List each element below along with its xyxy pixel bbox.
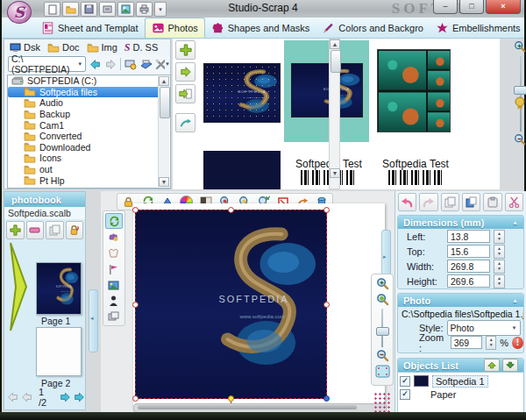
zoom-page-icon[interactable] [376,293,389,306]
zoom-slider-handle[interactable] [514,86,526,95]
zoom-out-icon[interactable] [514,133,526,146]
maximize-button[interactable]: □ [459,0,484,14]
tree-item-resources[interactable]: Resources [8,186,170,189]
scrollbar-thumb[interactable] [160,87,170,118]
tree-item-backup[interactable]: Backup [8,109,170,120]
tree-item-downloaded[interactable]: Downloaded [8,142,170,153]
thumbnail-navy-page[interactable] [203,151,281,189]
add-page-button[interactable] [6,221,25,239]
handle-bottom-right[interactable] [323,395,330,402]
handle-top-center[interactable] [228,207,234,213]
copy-button[interactable] [441,193,459,211]
tools-button[interactable]: ▼ [155,57,170,71]
scroll-up-arrow[interactable]: ▲ [159,76,169,86]
scrollbar-thumb[interactable] [331,50,341,73]
export-button[interactable] [99,2,116,17]
handle-top-right[interactable] [323,207,330,213]
scroll-down-arrow[interactable]: ▼ [159,177,169,187]
barcode-image[interactable] [388,170,444,185]
thumbnail-softpedia-dotted[interactable] [203,63,281,123]
zoom-spinner[interactable]: ▲▼ [486,336,496,350]
height-spinner[interactable]: ▲▼ [494,274,505,288]
page1-thumbnail[interactable] [36,262,82,315]
source-tab-desktop[interactable]: Dsk [10,42,40,53]
collapse-arrow-icon[interactable]: ▲ [512,219,518,225]
source-tab-documents[interactable]: Doc [47,42,80,53]
insert-photo-as-page-button[interactable] [175,84,195,103]
page2-thumbnail[interactable] [36,327,82,376]
tree-item-out[interactable]: out [8,164,170,175]
top-input[interactable]: 15.6 [447,245,490,258]
tool-shape[interactable] [105,231,121,245]
tool-layers[interactable] [105,310,121,324]
paste-button[interactable] [462,193,480,211]
rotate-photo-button[interactable] [175,113,195,132]
object-row-softpedia1[interactable]: ✓ Softpedia 1 [400,374,522,388]
move-object-down-button[interactable] [502,359,518,372]
tool-silhouette[interactable] [105,294,121,308]
save-button[interactable] [81,2,97,17]
objects-header[interactable]: Objects List [398,359,523,372]
cut-button[interactable] [505,193,523,211]
zoom-warning-icon[interactable]: ! [512,337,523,349]
handle-bottom-left[interactable] [132,395,139,402]
lock-page-button[interactable] [66,221,84,239]
tool-flag[interactable] [105,262,121,276]
quickbar-more-dropdown[interactable]: ▼ [154,2,167,17]
photo-header[interactable]: Photo ▲ [398,294,523,307]
scrollbar-thumb[interactable] [138,405,357,409]
thumbnail-softpedia-selected[interactable] [291,63,363,117]
photobook-splitter[interactable]: ◂ [89,289,98,352]
thumbnail-scrollbar[interactable]: ▲ ▼ [329,39,340,189]
dimensions-header[interactable]: Dimensions (mm) ▲ [398,216,523,229]
import-image-button[interactable] [117,2,134,17]
tool-replace-selected[interactable] [105,213,123,229]
minimize-button[interactable]: – [433,0,458,14]
handle-bottom-center[interactable] [228,395,234,402]
tool-photo[interactable] [105,278,121,292]
collapse-arrow-icon[interactable]: ▲ [512,297,518,303]
canvas-horizontal-scrollbar[interactable] [133,403,387,412]
remove-page-button[interactable] [26,221,45,239]
move-object-up-button[interactable] [484,359,500,372]
scroll-down-arrow[interactable]: ▼ [330,168,340,178]
left-input[interactable]: 13.8 [447,230,490,243]
source-tab-images[interactable]: Img [87,42,117,53]
scroll-up-arrow[interactable]: ▲ [330,39,340,49]
zoom-in-icon[interactable] [514,40,526,53]
canvas-zoom-slider-handle[interactable] [376,327,389,336]
print-button[interactable] [136,2,153,17]
browse-computer-button[interactable] [124,57,137,71]
first-page-button[interactable] [7,391,19,403]
back-button[interactable] [89,57,102,71]
placed-photo[interactable] [135,210,327,399]
top-spinner[interactable]: ▲▼ [494,245,505,259]
copy-page-button[interactable] [46,221,64,239]
undo-button[interactable] [398,193,416,211]
tab-embellishments[interactable]: Embellishments [430,18,526,38]
clipboard-button[interactable] [483,193,501,211]
tree-item-icons[interactable]: Icons [8,153,170,164]
style-dropdown[interactable]: Photo ▼ [447,320,521,336]
visibility-checkbox[interactable]: ✓ [400,389,410,400]
folder-tree-scrollbar[interactable]: ▲ ▼ [158,76,169,187]
drive-dropdown[interactable]: C:\(SOFTPEDIA) ▼ [8,56,86,72]
panel-drag-grip[interactable] [373,391,392,412]
left-spinner[interactable]: ▲▼ [494,230,505,244]
tab-photos[interactable]: Photos [145,18,205,38]
tab-shapes-and-masks[interactable]: Shapes and Masks [205,18,316,38]
handle-top-left[interactable] [132,207,139,213]
fit-page-icon[interactable] [375,365,390,378]
tab-sheet-and-templates[interactable]: Sheet and Templat [35,18,145,38]
add-photo-button[interactable] [175,40,195,60]
insert-photo-button[interactable] [175,62,195,82]
tree-item-cam1[interactable]: Cam1 [8,119,170,131]
width-spinner[interactable]: ▲▼ [494,260,505,274]
close-button[interactable]: × [486,0,521,14]
handle-middle-right[interactable] [323,302,330,308]
handle-middle-left[interactable] [132,302,139,308]
height-input[interactable]: 269.6 [447,274,490,288]
page-paper[interactable] [133,203,385,409]
redo-button[interactable] [419,193,437,211]
source-tab-studioscrap[interactable]: S D. SS [124,41,158,54]
